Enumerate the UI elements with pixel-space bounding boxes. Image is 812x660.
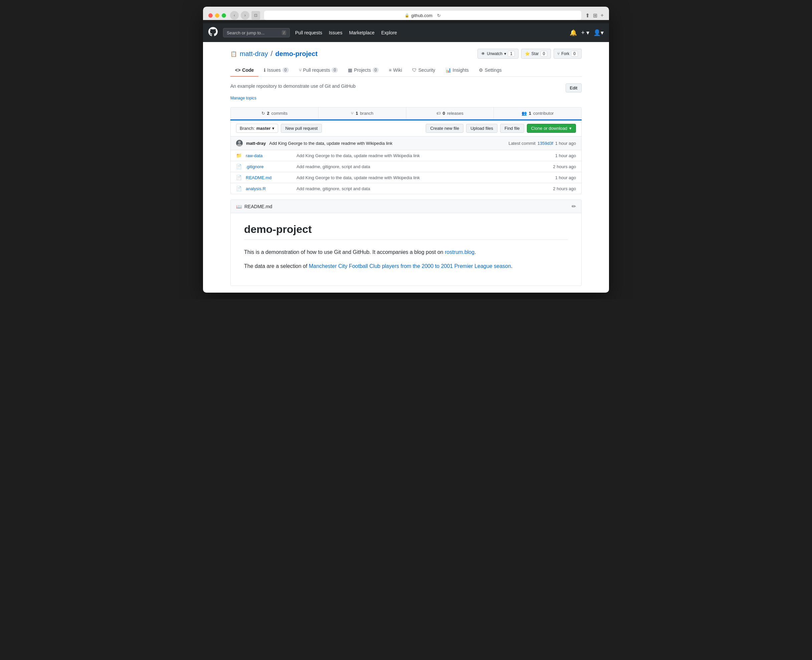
watch-button[interactable]: 👁 Unwatch ▾ 1 xyxy=(477,49,518,59)
watch-count: 1 xyxy=(508,51,515,57)
commit-hash[interactable]: 1359d3f xyxy=(537,141,553,146)
commit-message: Add King George to the data, update read… xyxy=(269,141,392,146)
clone-chevron: ▾ xyxy=(569,126,572,131)
new-pull-request-button[interactable]: New pull request xyxy=(281,124,322,133)
file-commit-message: Add King George to the data, update read… xyxy=(297,153,551,158)
reader-view-button[interactable]: ⊡ xyxy=(251,11,260,20)
readme-content: demo-project This is a demonstration of … xyxy=(231,213,581,286)
readme-title: 📖 README.md xyxy=(236,204,272,209)
commits-icon: ↻ xyxy=(261,111,265,116)
repo-description: An example repository to demonstrate use… xyxy=(230,83,582,92)
readme-header: 📖 README.md ✏ xyxy=(231,200,581,213)
file-time: 2 hours ago xyxy=(553,164,576,169)
readme-p1-prefix: This is a demonstration of how to use Gi… xyxy=(244,249,445,255)
tab-projects[interactable]: ▦ Projects 0 xyxy=(343,64,383,77)
code-icon: <> xyxy=(235,67,240,73)
forward-button[interactable]: › xyxy=(241,11,249,20)
file-icon: 📄 xyxy=(236,164,242,169)
file-commit-message: Add readme, gitignore, script and data xyxy=(297,186,549,191)
address-bar[interactable]: 🔒 github.com ↻ xyxy=(264,11,581,20)
releases-stat[interactable]: 🏷 0 releases xyxy=(406,108,494,119)
readme-p2: The data are a selection of Manchester C… xyxy=(244,262,568,271)
file-list: 📁 raw-data Add King George to the data, … xyxy=(230,150,582,194)
tab-issues[interactable]: ℹ Issues 0 xyxy=(259,64,293,77)
nav-marketplace[interactable]: Marketplace xyxy=(349,30,374,35)
commit-time: 1 hour ago xyxy=(555,141,576,146)
readme-p2-prefix: The data are a selection of xyxy=(244,263,309,269)
user-avatar[interactable]: 👤▾ xyxy=(593,29,604,36)
star-label: Star xyxy=(532,51,539,56)
readme-p1-suffix: . xyxy=(474,249,476,255)
minimize-button[interactable] xyxy=(215,13,219,18)
branch-selector[interactable]: Branch: master ▾ xyxy=(236,124,278,133)
tab-pull-requests[interactable]: ⑂ Pull requests 0 xyxy=(294,64,343,77)
find-file-button[interactable]: Find file xyxy=(500,124,524,133)
file-name[interactable]: analysis.R xyxy=(246,186,292,191)
readme-p1-link[interactable]: rostrum.blog xyxy=(445,249,474,255)
clone-or-download-button[interactable]: Clone or download ▾ xyxy=(527,124,576,133)
fork-button[interactable]: ⑂ Fork 0 xyxy=(554,49,582,59)
fork-icon: ⑂ xyxy=(557,51,559,56)
file-name[interactable]: .gitignore xyxy=(246,164,292,169)
file-icon: 📄 xyxy=(236,175,242,180)
search-input[interactable]: Search or jump to... / xyxy=(223,28,290,37)
contributors-stat[interactable]: 👥 1 contributor xyxy=(494,108,581,119)
main-nav: Pull requests Issues Marketplace Explore xyxy=(295,30,397,35)
fullscreen-button[interactable] xyxy=(222,13,226,18)
github-logo[interactable] xyxy=(208,27,218,39)
new-tab-icon[interactable]: ⊞ xyxy=(593,12,597,19)
notifications-icon[interactable]: 🔔 xyxy=(570,29,577,36)
eye-icon: 👁 xyxy=(481,51,485,56)
book-icon: 📖 xyxy=(236,204,242,209)
file-name[interactable]: README.md xyxy=(246,175,292,180)
commits-stat[interactable]: ↻ 2 commits xyxy=(231,108,318,119)
add-tab-icon[interactable]: + xyxy=(601,12,604,18)
share-icon[interactable]: ⬆ xyxy=(585,12,590,19)
nav-explore[interactable]: Explore xyxy=(381,30,397,35)
edit-readme-icon[interactable]: ✏ xyxy=(572,203,576,209)
repo-name[interactable]: demo-project xyxy=(275,50,318,58)
file-time: 2 hours ago xyxy=(553,186,576,191)
repo-book-icon: 📋 xyxy=(230,51,237,57)
commit-author[interactable]: matt-dray xyxy=(246,141,266,146)
contributors-icon: 👥 xyxy=(521,111,527,116)
traffic-lights xyxy=(208,13,226,18)
fork-label: Fork xyxy=(561,51,569,56)
url-text: github.com xyxy=(412,13,433,18)
manage-topics-link[interactable]: Manage topics xyxy=(230,96,256,100)
close-button[interactable] xyxy=(208,13,213,18)
add-menu[interactable]: + ▾ xyxy=(581,29,589,36)
upload-files-button[interactable]: Upload files xyxy=(466,124,497,133)
tab-insights[interactable]: 📊 Insights xyxy=(441,64,474,77)
edit-button[interactable]: Edit xyxy=(566,83,582,92)
readme-h1: demo-project xyxy=(244,223,568,240)
nav-pull-requests[interactable]: Pull requests xyxy=(295,30,322,35)
tab-security[interactable]: 🛡 Security xyxy=(407,64,440,77)
tab-settings[interactable]: ⚙ Settings xyxy=(474,64,507,77)
tag-icon: 🏷 xyxy=(436,111,441,116)
contributors-count: 1 xyxy=(529,111,531,116)
github-header: Search or jump to... / Pull requests Iss… xyxy=(203,23,609,42)
file-commit-message: Add King George to the data, update read… xyxy=(297,175,551,180)
commits-count: 2 xyxy=(267,111,269,116)
readme-p2-link[interactable]: Manchester City Football Club players fr… xyxy=(309,263,511,269)
star-button[interactable]: ⭐ Star 0 xyxy=(521,49,551,59)
readme-p1: This is a demonstration of how to use Gi… xyxy=(244,248,568,257)
tab-wiki[interactable]: ≡ Wiki xyxy=(384,64,407,77)
tab-code[interactable]: <> Code xyxy=(230,64,258,77)
create-new-file-button[interactable]: Create new file xyxy=(426,124,463,133)
readme-section: 📖 README.md ✏ demo-project This is a dem… xyxy=(230,200,582,286)
back-button[interactable]: ‹ xyxy=(230,11,239,20)
table-row: 📄 README.md Add King George to the data,… xyxy=(231,172,581,183)
nav-issues[interactable]: Issues xyxy=(329,30,342,35)
repo-separator: / xyxy=(270,49,272,58)
branch-label: Branch: xyxy=(240,126,255,131)
file-name[interactable]: raw-data xyxy=(246,153,292,158)
repo-owner[interactable]: matt-dray xyxy=(240,50,268,58)
refresh-icon[interactable]: ↻ xyxy=(437,13,441,18)
branches-stat[interactable]: ⑂ 1 branch xyxy=(318,108,406,119)
branch-chevron: ▾ xyxy=(272,126,275,131)
repo-actions: 👁 Unwatch ▾ 1 ⭐ Star 0 ⑂ Fork 0 xyxy=(477,49,582,59)
branches-count: 1 xyxy=(356,111,358,116)
star-count: 0 xyxy=(540,51,548,57)
